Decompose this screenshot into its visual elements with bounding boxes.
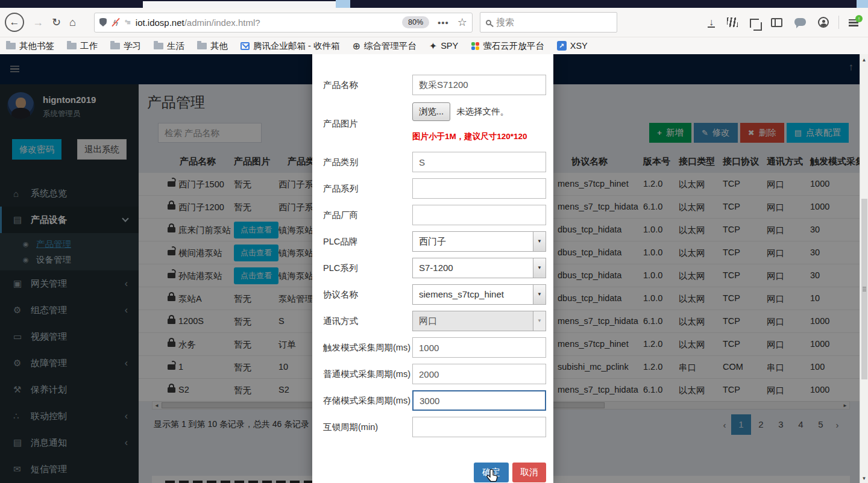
chat-icon[interactable] bbox=[794, 18, 806, 26]
dropdown-button[interactable]: ▼ bbox=[533, 285, 546, 304]
url-text[interactable]: iot.idosp.net/admin/index.html? bbox=[136, 17, 402, 28]
reload-button[interactable]: ↻ bbox=[52, 16, 61, 29]
vertical-scrollbar[interactable]: ▲ ▼ bbox=[860, 54, 868, 483]
bookmark-item-6[interactable]: ⊕综合管理平台 bbox=[352, 40, 416, 52]
url-bar[interactable]: ϟ °≡ iot.idosp.net/admin/index.html? 80%… bbox=[94, 13, 473, 33]
field-comm-mode: 通讯方式网口▼ bbox=[323, 311, 545, 331]
select-value: 网口 bbox=[419, 316, 437, 327]
blocked-lightning-icon[interactable]: ϟ bbox=[112, 17, 119, 28]
select-comm-mode[interactable]: 网口▼ bbox=[412, 311, 546, 331]
account-icon[interactable] bbox=[818, 17, 829, 28]
field-normal-period: 普通模式采集周期(ms) bbox=[323, 364, 545, 384]
select-box-protocol-name[interactable]: siemens_s7tcp_hinet▼ bbox=[412, 284, 546, 305]
bookmark-star-icon[interactable]: ☆ bbox=[458, 16, 467, 29]
bookmark-label: 学习 bbox=[124, 40, 141, 52]
folder-icon bbox=[154, 43, 163, 49]
bookmark-item-5[interactable]: 腾讯企业邮箱 - 收件箱 bbox=[241, 40, 339, 52]
bookmark-item-8[interactable]: 萤石云开放平台 bbox=[471, 40, 544, 52]
input-wrap-product-series bbox=[412, 178, 546, 199]
bookmark-item-9[interactable]: ↗XSY bbox=[557, 41, 588, 51]
dropdown-button[interactable]: ▼ bbox=[533, 258, 546, 278]
browser-navbar: ← → ↻ ⌂ ϟ °≡ iot.idosp.net/admin/index.h… bbox=[0, 8, 868, 37]
shield-icon[interactable] bbox=[99, 18, 107, 26]
input-normal-period[interactable] bbox=[412, 364, 546, 384]
screenshot-icon[interactable] bbox=[750, 19, 759, 28]
input-product-name[interactable] bbox=[412, 75, 546, 95]
input-interlock-period[interactable] bbox=[412, 417, 546, 437]
bookmark-label: 其他书签 bbox=[19, 40, 54, 52]
select-plc-series[interactable]: S7-1200▼ bbox=[412, 258, 546, 278]
bookmark-item-2[interactable]: 学习 bbox=[110, 40, 141, 52]
modal-form: 产品名称产品图片浏览...未选择文件。图片小于1M，建议尺寸120*120产品类… bbox=[323, 75, 545, 443]
input-wrap-trigger-period bbox=[412, 337, 546, 358]
chevron-down-icon: ▼ bbox=[537, 318, 542, 323]
vertical-scroll-thumb[interactable] bbox=[861, 199, 867, 379]
permissions-icon[interactable]: °≡ bbox=[125, 19, 130, 26]
field-product-image: 产品图片浏览...未选择文件。图片小于1M，建议尺寸120*120 bbox=[323, 101, 545, 146]
bookmark-item-4[interactable]: 其他 bbox=[197, 40, 228, 52]
page: ↑ hignton2019 系统管理员 修改密码 退出系统 ⌂系统总览▤产品设备… bbox=[0, 54, 868, 483]
field-storage-period: 存储模式采集周期(ms) bbox=[323, 390, 545, 411]
home-button[interactable]: ⌂ bbox=[69, 16, 76, 29]
product-edit-modal: 产品名称产品图片浏览...未选择文件。图片小于1M，建议尺寸120*120产品类… bbox=[312, 54, 553, 483]
select-protocol-name[interactable]: siemens_s7tcp_hinet▼ bbox=[412, 284, 546, 305]
bookmark-item-1[interactable]: 工作 bbox=[67, 40, 98, 52]
field-label-normal-period: 普通模式采集周期(ms) bbox=[323, 364, 410, 384]
menu-hamburger-icon[interactable]: ↑ bbox=[849, 19, 858, 27]
field-label-product-image: 产品图片 bbox=[323, 101, 358, 146]
browser-active-tab[interactable] bbox=[143, 1, 336, 8]
select-box-plc-series[interactable]: S7-1200▼ bbox=[412, 258, 546, 278]
bookmark-item-7[interactable]: ✦SPY bbox=[429, 40, 458, 52]
field-label-protocol-name: 协议名称 bbox=[323, 284, 358, 305]
input-product-vendor[interactable] bbox=[412, 205, 546, 225]
field-label-product-vendor: 产品厂商 bbox=[323, 205, 358, 225]
bookmark-item-3[interactable]: 生活 bbox=[154, 40, 184, 52]
downloads-icon[interactable]: ↓ bbox=[708, 17, 715, 28]
file-input-product-image[interactable]: 浏览...未选择文件。 bbox=[412, 101, 509, 122]
input-storage-period[interactable] bbox=[412, 390, 546, 411]
bookmark-label: SPY bbox=[441, 41, 458, 51]
bookmark-label: 萤石云开放平台 bbox=[483, 40, 544, 52]
field-product-vendor: 产品厂商 bbox=[323, 205, 545, 225]
input-product-category[interactable] bbox=[412, 152, 546, 172]
field-label-product-series: 产品系列 bbox=[323, 178, 358, 199]
bookmark-item-0[interactable]: 其他书签 bbox=[6, 40, 54, 52]
folder-icon bbox=[197, 43, 207, 49]
scroll-down-icon[interactable]: ▼ bbox=[860, 476, 868, 481]
select-box-comm-mode[interactable]: 网口▼ bbox=[412, 311, 546, 331]
input-wrap-product-vendor bbox=[412, 205, 546, 225]
search-icon bbox=[486, 20, 491, 25]
select-plc-brand[interactable]: 西门子▼ bbox=[412, 231, 546, 252]
field-product-name: 产品名称 bbox=[323, 75, 545, 95]
field-label-product-name: 产品名称 bbox=[323, 75, 358, 95]
field-label-trigger-period: 触发模式采集周期(ms) bbox=[323, 337, 410, 358]
zoom-indicator[interactable]: 80% bbox=[402, 16, 429, 28]
screen: ← → ↻ ⌂ ϟ °≡ iot.idosp.net/admin/index.h… bbox=[0, 0, 868, 483]
toolbar-divider bbox=[838, 16, 839, 29]
dropdown-button[interactable]: ▼ bbox=[533, 232, 546, 251]
dropdown-button[interactable]: ▼ bbox=[533, 311, 546, 331]
field-product-series: 产品系列 bbox=[323, 178, 545, 199]
back-button[interactable]: ← bbox=[5, 13, 24, 32]
browser-titlebar bbox=[0, 0, 868, 8]
field-plc-brand: PLC品牌西门子▼ bbox=[323, 231, 545, 252]
image-hint: 图片小于1M，建议尺寸120*120 bbox=[412, 131, 527, 142]
forward-button[interactable]: → bbox=[33, 16, 43, 29]
bookmark-label: 生活 bbox=[167, 40, 184, 52]
sidebar-toggle-icon[interactable] bbox=[771, 18, 782, 27]
page-actions-icon[interactable]: ••• bbox=[438, 17, 449, 28]
scroll-up-icon[interactable]: ▲ bbox=[860, 57, 868, 63]
input-wrap-interlock-period bbox=[412, 417, 546, 437]
input-trigger-period[interactable] bbox=[412, 337, 546, 358]
field-product-category: 产品类别 bbox=[323, 152, 545, 172]
library-icon[interactable] bbox=[727, 17, 738, 27]
input-wrap-product-name bbox=[412, 75, 546, 95]
browser-search-box[interactable]: 搜索 bbox=[480, 12, 617, 33]
input-product-series[interactable] bbox=[412, 178, 546, 199]
select-box-plc-brand[interactable]: 西门子▼ bbox=[412, 231, 546, 252]
input-wrap-product-category bbox=[412, 152, 546, 172]
select-value: siemens_s7tcp_hinet bbox=[419, 289, 504, 299]
field-interlock-period: 互锁周期(min) bbox=[323, 417, 545, 437]
cancel-button[interactable]: 取消 bbox=[512, 463, 546, 482]
browse-button[interactable]: 浏览... bbox=[412, 102, 450, 121]
